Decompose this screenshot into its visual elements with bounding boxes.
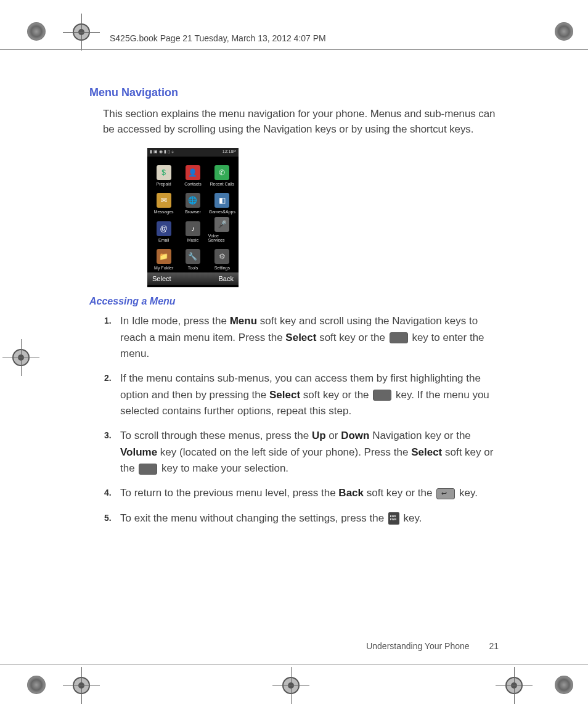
ok-key-icon [390,332,408,343]
footer-section-name: Understanding Your Phone [366,641,469,651]
softkey-left: Select [152,275,171,282]
section-heading: Menu Navigation [89,86,499,99]
page-number: 21 [489,641,499,651]
menu-item-recent-calls: ✆Recent Calls [208,159,236,186]
bold-term: Select [411,446,442,458]
registration-target [505,677,523,694]
step-number: 1. [104,313,120,362]
step: 5.To exit the menu without changing the … [104,510,499,526]
bold-term: Volume [120,446,157,458]
menu-icon: $ [157,165,171,180]
menu-icon: ✉ [157,193,171,208]
step: 1.In Idle mode, press the Menu soft key … [104,313,499,362]
registration-target [12,349,30,366]
bold-term: Select [269,389,300,401]
bold-term: Select [285,332,316,343]
menu-icon: ✆ [214,165,229,180]
menu-item-games-apps: ◧Games&Apps [208,187,236,215]
bold-term: Back [338,487,364,499]
menu-label: Contacts [184,182,202,186]
back-key-icon [436,488,455,499]
ok-key-icon [139,464,157,475]
menu-label: Email [158,238,169,242]
crop-line [0,49,588,50]
phone-menu-grid: $Prepaid👤Contacts✆Recent Calls✉Messages🌐… [147,157,239,272]
menu-item-messages: ✉Messages [150,187,178,215]
menu-icon: @ [157,221,171,236]
menu-item-tools: 🔧Tools [179,243,206,271]
registration-mark [555,676,573,694]
step-number: 4. [104,485,120,501]
menu-label: Games&Apps [209,210,235,214]
phone-softkey-bar: Select Back [147,272,239,285]
step-text: In Idle mode, press the Menu soft key an… [120,313,499,362]
menu-item-contacts: 👤Contacts [179,159,206,186]
ok-key-icon [373,390,391,401]
menu-label: Music [187,238,198,242]
menu-label: Tools [188,266,198,270]
status-icons: ▮ ▣ ◉ ▮ ▯ ⏚ [150,149,174,157]
registration-target [73,23,90,41]
menu-label: Voice Services [208,234,236,242]
subsection-heading: Accessing a Menu [89,296,499,307]
registration-target [73,677,90,694]
step: 4.To return to the previous menu level, … [104,485,499,501]
bold-term: Up [312,430,326,441]
step-number: 2. [104,370,120,419]
menu-label: My Folder [154,266,173,270]
menu-label: Prepaid [157,182,171,186]
softkey-right: Back [219,275,234,282]
phone-time: 12:18P [223,149,236,157]
registration-mark [27,676,46,694]
menu-item-prepaid: $Prepaid [150,159,178,186]
menu-icon: ◧ [214,193,229,208]
bold-term: Menu [230,315,257,327]
print-header: S425G.book Page 21 Tuesday, March 13, 20… [110,33,570,43]
menu-item-music: ♪Music [179,215,206,242]
menu-icon: ♪ [186,221,200,236]
menu-icon: 🔧 [186,249,200,264]
menu-item-voice-services: 🎤Voice Services [208,215,236,242]
menu-icon: 🌐 [186,193,200,208]
step: 3.To scroll through these menus, press t… [104,428,499,477]
intro-paragraph: This section explains the menu navigatio… [103,107,499,137]
crop-line [0,665,588,665]
step-text: To exit the menu without changing the se… [120,510,499,526]
bold-term: Down [341,430,369,441]
menu-icon: 🎤 [214,217,229,232]
step-text: To return to the previous menu level, pr… [120,485,499,501]
step-number: 3. [104,428,120,477]
menu-icon: 📁 [157,249,171,264]
step-text: To scroll through these menus, press the… [120,428,499,477]
step-text: If the menu contains sub-menus, you can … [120,370,499,419]
phone-menu-screenshot: ▮ ▣ ◉ ▮ ▯ ⏚ 12:18P $Prepaid👤Contacts✆Rec… [147,148,239,287]
menu-item-email: @Email [150,215,178,242]
menu-icon: ⚙ [214,249,229,264]
page-footer: Understanding Your Phone 21 [366,641,499,651]
step: 2.If the menu contains sub-menus, you ca… [104,370,499,419]
menu-label: Messages [154,210,174,214]
menu-label: Browser [185,210,201,214]
menu-label: Recent Calls [210,182,234,186]
page-content: Menu Navigation This section explains th… [89,86,499,535]
end-key-icon [388,512,399,525]
steps-list: 1.In Idle mode, press the Menu soft key … [104,313,499,526]
menu-label: Settings [214,266,230,270]
menu-item-my-folder: 📁My Folder [150,243,178,271]
registration-target [282,677,300,694]
step-number: 5. [104,510,120,526]
menu-item-browser: 🌐Browser [179,187,206,215]
registration-mark [27,22,46,41]
menu-icon: 👤 [186,165,200,180]
menu-item-settings: ⚙Settings [208,243,236,271]
phone-status-bar: ▮ ▣ ◉ ▮ ▯ ⏚ 12:18P [147,148,239,157]
